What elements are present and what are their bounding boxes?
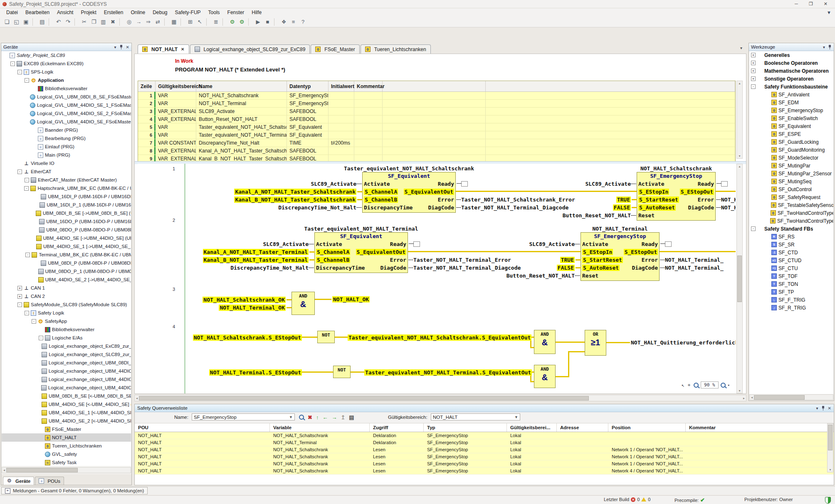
tree-item[interactable]: Logical_GVL_UBM_08DI_B_SE_FSoEMaster_Dia…: [2, 93, 131, 101]
zoom-mode-icon[interactable]: [694, 383, 699, 388]
fbd-gate-and[interactable]: AND&: [292, 292, 315, 315]
name-combo[interactable]: SF_EmergencyStop▼: [192, 413, 295, 420]
tree-item[interactable]: Bearbeitung (PRG): [2, 134, 131, 143]
fbd-gate-and[interactable]: AND&: [534, 330, 556, 354]
tree-item[interactable]: Virtuelle IO: [2, 159, 131, 167]
fbd-operand[interactable]: Kanal_A_NOT_HALT_Taster_Schaltschrank: [234, 189, 356, 195]
print-button[interactable]: ▤: [38, 18, 47, 26]
declaration-row[interactable]: 8 VAR_EXTERNAL Kanal_A_NOT_HALT_Taster_S…: [138, 147, 735, 155]
expander-icon[interactable]: -: [17, 302, 22, 307]
fbd-instance-name[interactable]: NOT_HALT_Terminal: [487, 226, 736, 232]
tree-item[interactable]: - EtherCAT: [2, 167, 131, 176]
tree-item[interactable]: Logical_exchange_object_UBM_44DIO_SE_FSo…: [2, 384, 131, 392]
fbd-block-sf_emergencystop[interactable]: SF_EmergencyStopActivateReadyS_EStopInS_…: [581, 232, 660, 281]
tools-item[interactable]: SF_CTU: [749, 264, 833, 272]
tools-item[interactable]: SF_TON: [749, 280, 833, 288]
column-header[interactable]: Datentyp: [287, 81, 329, 91]
expander-icon[interactable]: -: [32, 319, 36, 324]
xref-vscrollbar[interactable]: ▾: [827, 423, 833, 472]
declaration-row[interactable]: 7 VAR CONSTANT DiscrepancyTime_Not_Halt …: [138, 139, 735, 147]
tree-item[interactable]: Logical_exchange_object_ExC89_zur_SLC89 …: [2, 342, 131, 350]
scroll-right-icon[interactable]: ▸: [742, 396, 746, 401]
expander-icon[interactable]: -: [751, 84, 756, 89]
fbd-operand[interactable]: NOT_HALT_Terminal.S_EStopOut: [209, 369, 302, 376]
expander-icon[interactable]: +: [17, 294, 22, 299]
tree-item[interactable]: Main (PRG): [2, 151, 131, 159]
fbd-operand[interactable]: NOT_HA: [721, 197, 736, 203]
tree-item[interactable]: UBM_08DI_B_SE [->UBM_08DI_B_SE] (UBM-08D…: [2, 209, 131, 217]
tools-item[interactable]: SF_TestableSafetySensor: [749, 201, 833, 209]
pin-icon[interactable]: [119, 45, 123, 49]
menu-item[interactable]: Fenster: [224, 9, 248, 16]
fbd-instance-name[interactable]: Taster_equivalent_NOT_HALT_Terminal: [228, 226, 494, 232]
fbd-block-sf_equivalent[interactable]: SF_EquivalentActivateReadyS_ChannelAS_Eq…: [314, 232, 408, 273]
menu-item[interactable]: Erstellen: [100, 9, 127, 16]
tab-list-icon[interactable]: ▾: [740, 46, 742, 50]
column-header[interactable]: [383, 81, 486, 91]
tools-item[interactable]: SF_R_TRIG: [749, 304, 833, 312]
fbd-operand[interactable]: NOT_HALT_Terminal_OK: [219, 305, 286, 311]
expander-icon[interactable]: -: [17, 70, 22, 74]
column-header[interactable]: Variable: [270, 423, 370, 432]
help-button[interactable]: ?: [299, 18, 307, 26]
fbd-operand[interactable]: NOT_HALT_Terminal_: [665, 257, 724, 263]
tree-item[interactable]: Logical_exchange_object_UBM_44DIO_SE_1_F…: [2, 367, 131, 375]
tools-item[interactable]: SF_ESPE: [749, 130, 833, 138]
declaration-vscrollbar[interactable]: ▴ ▾: [736, 81, 743, 159]
fbd-input-pin[interactable]: S_StartReset: [582, 257, 623, 263]
fbd-input-pin[interactable]: Activate: [316, 241, 342, 247]
fbd-operand[interactable]: SLC89_Activate: [263, 241, 309, 247]
expander-icon[interactable]: -: [25, 311, 29, 315]
scroll-left-icon[interactable]: ◂: [2, 468, 6, 472]
tools-item[interactable]: - Safety Funktionsbausteine: [749, 83, 833, 91]
fbd-output-pin[interactable]: Ready: [390, 241, 406, 247]
print-icon[interactable]: ▤: [349, 414, 354, 420]
column-header[interactable]: Kommentar: [686, 423, 834, 432]
new-file-button[interactable]: ❏: [2, 18, 11, 26]
scroll-thumb[interactable]: [828, 425, 833, 450]
filter-icon[interactable]: ▼: [827, 10, 831, 15]
tools-item[interactable]: SF_Antivalent: [749, 91, 833, 98]
expander-icon[interactable]: +: [751, 61, 756, 65]
tree-item[interactable]: Safety_Projekt_SLC89: [2, 51, 131, 59]
fbd-output-pin[interactable]: S_EquivalentOut: [356, 249, 406, 255]
find-next-button[interactable]: →: [134, 18, 143, 26]
menu-item[interactable]: Tools: [205, 9, 224, 16]
column-header[interactable]: Kommentar: [354, 81, 383, 91]
column-header[interactable]: Gültigkeitsbereich: [156, 81, 196, 91]
column-header[interactable]: Zeile: [138, 81, 156, 91]
fbd-output-pin[interactable]: DiagCode: [380, 265, 406, 271]
undo-button[interactable]: ↶: [54, 18, 63, 26]
tools-item[interactable]: SF_MutingPar: [749, 162, 833, 170]
tree-item[interactable]: UBM_16DI_P_1 (UBM-16DI-P / UBM16DIP00): [2, 201, 131, 209]
clear-list-icon[interactable]: ✖: [308, 414, 312, 420]
fbd-gate-or[interactable]: OR≥1: [585, 330, 606, 356]
fbd-operand[interactable]: NOT_HALT_Schaltschrank.S_EStopOut: [193, 334, 302, 341]
tree-item[interactable]: FSoE_Master: [2, 425, 131, 433]
tree-item[interactable]: Logical_exchange_object_UBM_44DIO_SE_2_F…: [2, 375, 131, 384]
scope-combo[interactable]: NOT_HALT▼: [431, 413, 520, 420]
declaration-row[interactable]: 4 VAR_EXTERNAL Button_Reset_NOT_HALT SAF…: [138, 116, 735, 123]
tree-item[interactable]: UBM_08DO_P_1 (UBM-08DO-P / UBM08DOP00): [2, 267, 131, 275]
tree-item[interactable]: - Terminal_UBM_BK_EC (UBM-BK-EC / UBMBKE…: [2, 251, 131, 259]
menu-item[interactable]: Bearbeiten: [22, 9, 53, 16]
fbd-operand[interactable]: TRUE: [560, 257, 575, 263]
fbd-input-pin[interactable]: DiscrepancyTime: [316, 265, 365, 271]
tree-item[interactable]: - Safety Logik: [2, 309, 131, 317]
fbd-operand[interactable]: DiscrepancyTime_Not_Halt: [230, 265, 309, 271]
zoom-menu-icon[interactable]: ▾: [728, 383, 730, 387]
fbd-operand[interactable]: FALSE: [557, 265, 575, 271]
logout-button[interactable]: ⚙: [237, 18, 246, 26]
copy-button[interactable]: ❐: [89, 18, 98, 26]
column-header[interactable]: Gültigkeitsberei...: [507, 423, 557, 432]
insert-box-button[interactable]: ⊞: [186, 18, 195, 26]
fbd-input-pin[interactable]: S_ChannelA: [316, 249, 350, 255]
fbd-operand[interactable]: NOT_HA: [721, 204, 736, 211]
column-header[interactable]: POU: [135, 423, 270, 432]
fbd-output-pin[interactable]: Ready: [642, 241, 658, 247]
fbd-output-pin[interactable]: Error: [642, 257, 658, 263]
tree-item[interactable]: UBM_08DO_P (UBM-08DO-P / UBM08DOP00): [2, 226, 131, 234]
zoom-region-icon[interactable]: [721, 383, 726, 388]
pan-mode-icon[interactable]: ＋: [687, 381, 692, 388]
declaration-row[interactable]: 3 VAR_EXTERNAL SLC89_Activate SAFEBOOL: [138, 108, 735, 116]
